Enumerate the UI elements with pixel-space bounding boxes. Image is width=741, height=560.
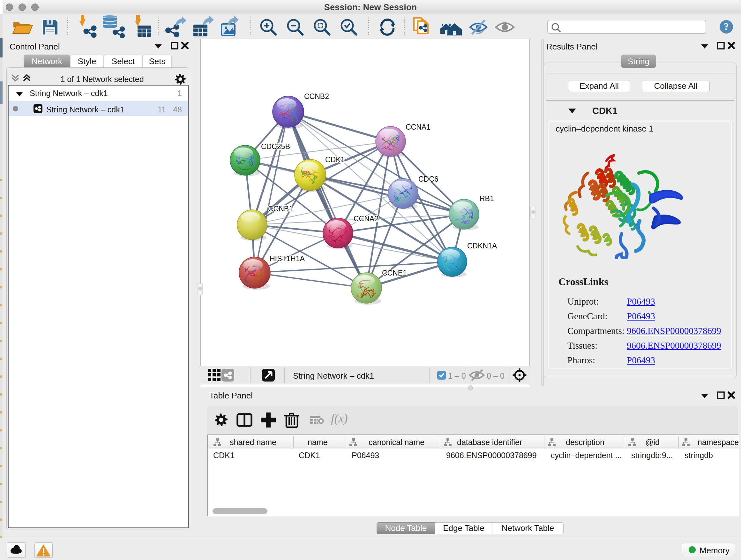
svg-text:CCNA1: CCNA1	[406, 123, 430, 131]
svg-text:RB1: RB1	[480, 194, 494, 203]
svg-text:?: ?	[724, 21, 729, 32]
svg-text:CDK1: CDK1	[325, 155, 345, 164]
svg-text:CCNB2: CCNB2	[304, 92, 329, 101]
svg-text:CCNE1: CCNE1	[382, 269, 407, 277]
svg-text:CDKN1A: CDKN1A	[467, 242, 497, 250]
svg-text:HIST1H1A: HIST1H1A	[270, 254, 305, 263]
svg-text:CDC6: CDC6	[418, 175, 439, 183]
svg-text:CDC25B: CDC25B	[261, 142, 290, 151]
svg-text:CCNA2: CCNA2	[354, 214, 379, 223]
svg-text:CCNB1: CCNB1	[268, 205, 293, 213]
